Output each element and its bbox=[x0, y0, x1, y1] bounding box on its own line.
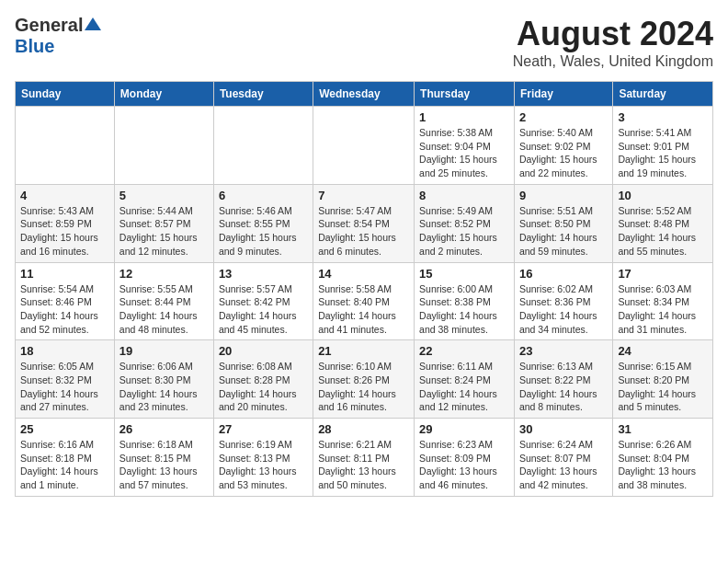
calendar-cell: 5Sunrise: 5:44 AMSunset: 8:57 PMDaylight… bbox=[114, 184, 213, 262]
day-number: 23 bbox=[519, 344, 608, 358]
day-number: 1 bbox=[419, 110, 509, 124]
day-number: 12 bbox=[119, 267, 209, 281]
week-row-5: 25Sunrise: 6:16 AMSunset: 8:18 PMDayligh… bbox=[16, 419, 713, 497]
day-detail: Sunrise: 5:51 AMSunset: 8:50 PMDaylight:… bbox=[519, 204, 608, 259]
week-row-4: 18Sunrise: 6:05 AMSunset: 8:32 PMDayligh… bbox=[16, 340, 713, 419]
calendar-cell: 31Sunrise: 6:26 AMSunset: 8:04 PMDayligh… bbox=[613, 419, 713, 497]
calendar-cell: 17Sunrise: 6:03 AMSunset: 8:34 PMDayligh… bbox=[613, 262, 713, 340]
day-detail: Sunrise: 5:43 AMSunset: 8:59 PMDaylight:… bbox=[20, 204, 109, 259]
day-detail: Sunrise: 6:21 AMSunset: 8:11 PMDaylight:… bbox=[318, 438, 409, 492]
calendar-cell: 23Sunrise: 6:13 AMSunset: 8:22 PMDayligh… bbox=[514, 340, 612, 419]
day-number: 11 bbox=[20, 267, 109, 281]
location-subtitle: Neath, Wales, United Kingdom bbox=[513, 53, 713, 70]
day-detail: Sunrise: 6:06 AMSunset: 8:30 PMDaylight:… bbox=[119, 360, 209, 414]
title-area: August 2024 Neath, Wales, United Kingdom bbox=[513, 15, 713, 70]
logo: General Blue bbox=[15, 15, 101, 57]
day-number: 29 bbox=[419, 422, 509, 436]
calendar-cell: 22Sunrise: 6:11 AMSunset: 8:24 PMDayligh… bbox=[415, 340, 515, 419]
weekday-header-wednesday: Wednesday bbox=[313, 82, 415, 107]
calendar-cell bbox=[313, 107, 415, 185]
day-number: 4 bbox=[20, 189, 109, 202]
svg-marker-0 bbox=[85, 17, 101, 30]
calendar-cell: 20Sunrise: 6:08 AMSunset: 8:28 PMDayligh… bbox=[213, 340, 313, 419]
day-detail: Sunrise: 6:26 AMSunset: 8:04 PMDaylight:… bbox=[618, 438, 708, 492]
page-header: General Blue August 2024 Neath, Wales, U… bbox=[15, 15, 713, 70]
calendar-cell: 26Sunrise: 6:18 AMSunset: 8:15 PMDayligh… bbox=[114, 419, 213, 497]
day-detail: Sunrise: 6:03 AMSunset: 8:34 PMDaylight:… bbox=[618, 282, 708, 337]
calendar-cell bbox=[213, 107, 313, 185]
day-number: 25 bbox=[20, 422, 109, 436]
calendar-cell: 28Sunrise: 6:21 AMSunset: 8:11 PMDayligh… bbox=[313, 419, 415, 497]
calendar-cell: 27Sunrise: 6:19 AMSunset: 8:13 PMDayligh… bbox=[213, 419, 313, 497]
day-number: 27 bbox=[219, 422, 308, 436]
calendar-cell: 16Sunrise: 6:02 AMSunset: 8:36 PMDayligh… bbox=[514, 262, 612, 340]
weekday-header-tuesday: Tuesday bbox=[213, 82, 313, 107]
calendar-cell: 9Sunrise: 5:51 AMSunset: 8:50 PMDaylight… bbox=[514, 184, 612, 262]
day-number: 17 bbox=[618, 267, 708, 281]
day-number: 15 bbox=[419, 267, 509, 281]
day-number: 7 bbox=[318, 189, 409, 202]
month-year-title: August 2024 bbox=[513, 15, 713, 53]
week-row-3: 11Sunrise: 5:54 AMSunset: 8:46 PMDayligh… bbox=[16, 262, 713, 340]
calendar-cell: 1Sunrise: 5:38 AMSunset: 9:04 PMDaylight… bbox=[415, 107, 515, 185]
day-detail: Sunrise: 5:46 AMSunset: 8:55 PMDaylight:… bbox=[219, 204, 308, 259]
calendar-cell: 6Sunrise: 5:46 AMSunset: 8:55 PMDaylight… bbox=[213, 184, 313, 262]
calendar-cell: 24Sunrise: 6:15 AMSunset: 8:20 PMDayligh… bbox=[613, 340, 713, 419]
day-detail: Sunrise: 6:10 AMSunset: 8:26 PMDaylight:… bbox=[318, 360, 409, 414]
calendar-cell: 7Sunrise: 5:47 AMSunset: 8:54 PMDaylight… bbox=[313, 184, 415, 262]
day-detail: Sunrise: 6:24 AMSunset: 8:07 PMDaylight:… bbox=[519, 438, 608, 492]
calendar-table: SundayMondayTuesdayWednesdayThursdayFrid… bbox=[15, 81, 713, 497]
day-detail: Sunrise: 6:05 AMSunset: 8:32 PMDaylight:… bbox=[20, 360, 109, 414]
day-number: 9 bbox=[519, 189, 608, 202]
day-detail: Sunrise: 6:13 AMSunset: 8:22 PMDaylight:… bbox=[519, 360, 608, 414]
calendar-cell: 10Sunrise: 5:52 AMSunset: 8:48 PMDayligh… bbox=[613, 184, 713, 262]
day-detail: Sunrise: 5:58 AMSunset: 8:40 PMDaylight:… bbox=[318, 282, 409, 337]
weekday-header-saturday: Saturday bbox=[613, 82, 713, 107]
weekday-header-friday: Friday bbox=[514, 82, 612, 107]
day-number: 6 bbox=[219, 189, 308, 202]
weekday-header-thursday: Thursday bbox=[415, 82, 515, 107]
day-number: 30 bbox=[519, 422, 608, 436]
calendar-cell: 2Sunrise: 5:40 AMSunset: 9:02 PMDaylight… bbox=[514, 107, 612, 185]
day-number: 28 bbox=[318, 422, 409, 436]
calendar-header-row: SundayMondayTuesdayWednesdayThursdayFrid… bbox=[16, 82, 713, 107]
week-row-1: 1Sunrise: 5:38 AMSunset: 9:04 PMDaylight… bbox=[16, 107, 713, 185]
day-number: 18 bbox=[20, 344, 109, 358]
calendar-cell: 11Sunrise: 5:54 AMSunset: 8:46 PMDayligh… bbox=[16, 262, 115, 340]
day-detail: Sunrise: 5:54 AMSunset: 8:46 PMDaylight:… bbox=[20, 282, 109, 337]
day-detail: Sunrise: 5:44 AMSunset: 8:57 PMDaylight:… bbox=[119, 204, 209, 259]
calendar-cell: 30Sunrise: 6:24 AMSunset: 8:07 PMDayligh… bbox=[514, 419, 612, 497]
day-number: 20 bbox=[219, 344, 308, 358]
day-number: 5 bbox=[119, 189, 209, 202]
calendar-cell: 25Sunrise: 6:16 AMSunset: 8:18 PMDayligh… bbox=[16, 419, 115, 497]
day-number: 31 bbox=[618, 422, 708, 436]
calendar-cell: 13Sunrise: 5:57 AMSunset: 8:42 PMDayligh… bbox=[213, 262, 313, 340]
day-detail: Sunrise: 5:38 AMSunset: 9:04 PMDaylight:… bbox=[419, 126, 509, 180]
day-detail: Sunrise: 5:55 AMSunset: 8:44 PMDaylight:… bbox=[119, 282, 209, 337]
day-detail: Sunrise: 6:11 AMSunset: 8:24 PMDaylight:… bbox=[419, 360, 509, 414]
day-detail: Sunrise: 5:41 AMSunset: 9:01 PMDaylight:… bbox=[618, 126, 708, 180]
calendar-cell bbox=[16, 107, 115, 185]
day-detail: Sunrise: 5:57 AMSunset: 8:42 PMDaylight:… bbox=[219, 282, 308, 337]
day-number: 8 bbox=[419, 189, 509, 202]
day-detail: Sunrise: 6:15 AMSunset: 8:20 PMDaylight:… bbox=[618, 360, 708, 414]
day-detail: Sunrise: 5:40 AMSunset: 9:02 PMDaylight:… bbox=[519, 126, 608, 180]
day-number: 19 bbox=[119, 344, 209, 358]
logo-general-text: General bbox=[15, 15, 83, 36]
day-detail: Sunrise: 6:18 AMSunset: 8:15 PMDaylight:… bbox=[119, 438, 209, 492]
calendar-cell: 18Sunrise: 6:05 AMSunset: 8:32 PMDayligh… bbox=[16, 340, 115, 419]
calendar-cell: 4Sunrise: 5:43 AMSunset: 8:59 PMDaylight… bbox=[16, 184, 115, 262]
calendar-cell: 3Sunrise: 5:41 AMSunset: 9:01 PMDaylight… bbox=[613, 107, 713, 185]
day-number: 21 bbox=[318, 344, 409, 358]
calendar-cell: 21Sunrise: 6:10 AMSunset: 8:26 PMDayligh… bbox=[313, 340, 415, 419]
day-number: 22 bbox=[419, 344, 509, 358]
calendar-cell bbox=[114, 107, 213, 185]
week-row-2: 4Sunrise: 5:43 AMSunset: 8:59 PMDaylight… bbox=[16, 184, 713, 262]
day-detail: Sunrise: 6:16 AMSunset: 8:18 PMDaylight:… bbox=[20, 438, 109, 492]
day-number: 14 bbox=[318, 267, 409, 281]
logo-triangle-icon bbox=[85, 16, 101, 32]
day-detail: Sunrise: 6:00 AMSunset: 8:38 PMDaylight:… bbox=[419, 282, 509, 337]
day-detail: Sunrise: 6:23 AMSunset: 8:09 PMDaylight:… bbox=[419, 438, 509, 492]
day-detail: Sunrise: 6:19 AMSunset: 8:13 PMDaylight:… bbox=[219, 438, 308, 492]
day-number: 26 bbox=[119, 422, 209, 436]
